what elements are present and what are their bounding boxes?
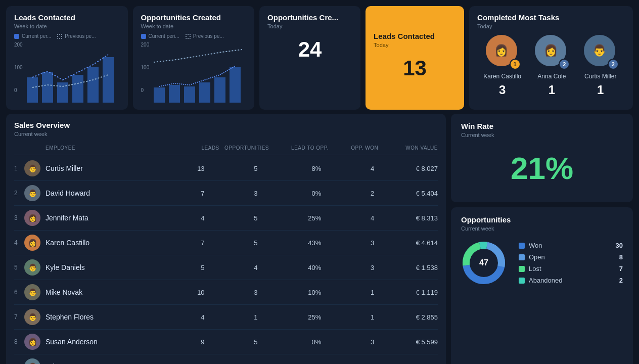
row-opp-won: 3: [321, 239, 374, 247]
bottom-row: Sales Overview Current week EMPLOYEE LEA…: [0, 114, 639, 364]
leads-today-card: Leads Contacted Today 13: [366, 6, 464, 110]
row-opp: 5: [205, 239, 258, 247]
opp-legend-dot-dashed: [186, 34, 191, 39]
row-opp-won: 3: [321, 264, 374, 271]
legend-open-label: Open: [529, 253, 545, 261]
leads-today-subtitle: Today: [374, 42, 456, 48]
task-name-curtis: Curtis Miller: [584, 73, 616, 80]
opp-legend: Current peri... Previous pe...: [141, 33, 247, 39]
opportunities-card: Opportunities Current week: [451, 207, 633, 364]
opp-created-today-card: Opportunities Cre... Today 24: [259, 6, 360, 110]
legend-won-count: 30: [616, 242, 623, 249]
row-rank: 2: [14, 190, 24, 197]
legend-lost-label: Lost: [529, 265, 541, 272]
row-won-val: € 2.855: [374, 313, 438, 321]
opp-chart-svg: [151, 47, 252, 103]
legend-open-count: 8: [619, 253, 623, 261]
svg-rect-10: [214, 77, 225, 103]
opp-donut-title: Opportunities: [461, 215, 623, 224]
col-opp-won-header: OPP. WON: [329, 145, 378, 151]
legend-won-label: Won: [529, 242, 542, 249]
row-rank: 3: [14, 214, 24, 221]
donut-center-label: 47: [479, 258, 488, 267]
row-name: Kyle Daniels: [45, 263, 152, 271]
opp-created-subtitle: Week to date: [141, 23, 247, 29]
row-avatar: 👨: [24, 185, 40, 201]
svg-rect-9: [199, 82, 210, 103]
opp-legend-previous-label: Previous pe...: [193, 33, 224, 39]
top-row: Leads Contacted Week to date Current per…: [0, 0, 639, 114]
row-leads: 4: [152, 214, 205, 222]
right-col: Win Rate Current week 21% Opportunities …: [451, 114, 633, 364]
opp-legend-previous: Previous pe...: [186, 33, 224, 39]
row-rank: 5: [14, 264, 24, 271]
row-leads: 10: [152, 289, 205, 296]
tasks-avatars: 👩 1 Karen Castillo 3 👩 2 Anna Cole 1 👨 2: [477, 33, 625, 97]
row-leads: 4: [152, 313, 205, 321]
leads-chart-svg: [24, 47, 125, 103]
opp-legend-current: Current peri...: [141, 33, 179, 39]
table-row: 9 👨 Tyler Bryant 5 6 40% 5 € 5.988: [14, 354, 438, 364]
table-row: 8 👩 Susan Anderson 9 5 0% 3 € 5.599: [14, 330, 438, 354]
row-lead-opp: 40%: [257, 264, 321, 271]
legend-previous-label: Previous pe...: [65, 33, 96, 39]
row-avatar: 👨: [24, 259, 40, 276]
task-count-anna: 1: [549, 83, 555, 97]
row-won-val: € 8.027: [374, 165, 438, 172]
row-opp: 5: [205, 214, 258, 222]
win-rate-subtitle: Current week: [461, 132, 623, 138]
col-leads-header: LEADS: [170, 145, 219, 151]
row-lead-opp: 0%: [257, 190, 321, 197]
row-opp-won: 2: [321, 190, 374, 197]
opp-y-100: 100: [141, 65, 150, 70]
table-row: 2 👨 David Howard 7 3 0% 2 € 5.404: [14, 181, 438, 206]
y-label-0: 0: [14, 87, 17, 93]
avatar-wrap-karen: 👩 1: [484, 33, 521, 70]
legend-current-label: Current per...: [22, 33, 51, 39]
legend-open-left: Open: [519, 253, 545, 261]
row-lead-opp: 10%: [257, 289, 321, 296]
opp-donut-subtitle: Current week: [461, 225, 623, 232]
row-leads: 7: [152, 239, 205, 247]
table-row: 7 👨 Stephen Flores 4 1 25% 1 € 2.855: [14, 305, 438, 330]
opp-today-subtitle: Today: [267, 23, 352, 29]
row-avatar: 👩: [24, 334, 40, 350]
legend-lost-color: [519, 266, 525, 272]
legend-abandoned-count: 2: [619, 277, 623, 284]
svg-rect-7: [169, 85, 180, 103]
row-name: Stephen Flores: [45, 313, 152, 321]
leads-chart-area: 200 100 0: [14, 42, 120, 103]
row-leads: 9: [152, 338, 205, 346]
legend-abandoned: Abandoned 2: [519, 275, 623, 286]
row-opp-won: 4: [321, 165, 374, 172]
row-rank: 4: [14, 239, 24, 246]
row-avatar: 👩: [24, 210, 40, 226]
table-row: 3 👩 Jennifer Mata 4 5 25% 4 € 8.313: [14, 206, 438, 231]
row-opp: 5: [205, 165, 258, 172]
row-avatar: 👩: [24, 235, 40, 251]
leads-contacted-title: Leads Contacted: [14, 13, 120, 22]
col-won-val-header: WON VALUE: [378, 145, 438, 151]
task-person-anna: 👩 2 Anna Cole 1: [533, 33, 570, 97]
opportunities-created-card: Opportunities Created Week to date Curre…: [133, 6, 255, 110]
table-row: 4 👩 Karen Castillo 7 5 43% 3 € 4.614: [14, 231, 438, 255]
row-won-val: € 4.614: [374, 239, 438, 247]
row-opp: 3: [205, 190, 258, 197]
row-opp-won: 3: [321, 338, 374, 346]
row-opp: 3: [205, 289, 258, 296]
legend-abandoned-left: Abandoned: [519, 277, 563, 284]
row-avatar: 👨: [24, 309, 40, 325]
completed-tasks-card: Completed Most Tasks Today 👩 1 Karen Cas…: [469, 6, 633, 110]
row-lead-opp: 25%: [257, 214, 321, 222]
row-name: Karen Castillo: [45, 239, 152, 247]
task-count-karen: 3: [499, 83, 506, 97]
task-person-curtis: 👨 2 Curtis Miller 1: [582, 33, 619, 97]
row-opp: 5: [205, 338, 258, 346]
table-row: 5 👨 Kyle Daniels 5 4 40% 3 € 1.538: [14, 255, 438, 280]
svg-rect-5: [103, 57, 114, 103]
rank-badge-2-curtis: 2: [608, 59, 619, 70]
opp-legend-current-label: Current peri...: [149, 33, 179, 39]
row-avatar: 👨: [24, 160, 40, 176]
avatar-wrap-anna: 👩 2: [533, 33, 570, 70]
table-row: 6 👨 Mike Novak 10 3 10% 1 € 1.119: [14, 280, 438, 305]
